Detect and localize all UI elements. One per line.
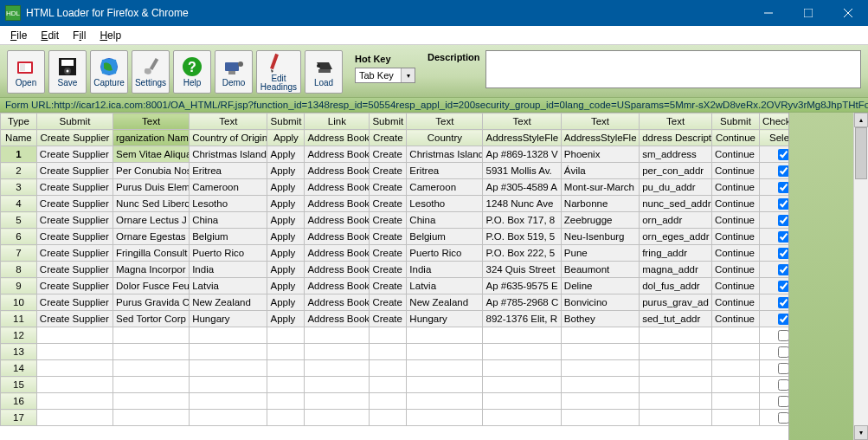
cell[interactable]: 324 Quis Street	[483, 262, 561, 278]
cell[interactable]	[267, 377, 305, 393]
cell[interactable]: Continue	[711, 212, 759, 229]
row-header[interactable]: 6	[1, 229, 37, 245]
hotkey-input[interactable]	[356, 68, 401, 82]
load-button[interactable]: Load	[305, 50, 343, 94]
cell[interactable]: Apply	[267, 163, 305, 179]
column-header[interactable]: Submit	[267, 113, 305, 130]
row-header[interactable]: 10	[1, 294, 37, 311]
cell[interactable]: Create	[370, 278, 407, 294]
menu-edit[interactable]: Edit	[41, 29, 59, 42]
cell[interactable]	[640, 393, 712, 410]
select-checkbox[interactable]	[778, 165, 788, 177]
cell[interactable]	[759, 393, 788, 410]
table-row[interactable]: 13	[1, 344, 789, 360]
cell[interactable]: Continue	[711, 262, 759, 278]
scroll-thumb[interactable]	[855, 127, 867, 179]
hotkey-combo[interactable]: ▾	[355, 68, 415, 83]
column-header[interactable]: Text	[561, 113, 639, 130]
select-checkbox[interactable]	[778, 264, 788, 275]
cell[interactable]: Address Book	[305, 245, 370, 262]
column-header[interactable]: Submit	[711, 113, 759, 130]
cell[interactable]	[711, 360, 759, 377]
cell[interactable]: Latvia	[190, 278, 267, 294]
cell[interactable]: Hungary	[190, 311, 267, 327]
cell[interactable]	[759, 344, 788, 360]
cell[interactable]: Create	[370, 179, 407, 196]
cell[interactable]	[36, 327, 113, 344]
cell[interactable]	[407, 410, 483, 426]
cell[interactable]: Lesotho	[190, 196, 267, 212]
cell[interactable]	[640, 377, 712, 393]
cell[interactable]: Address Book	[305, 212, 370, 229]
cell[interactable]: Create Supplier	[36, 294, 113, 311]
cell[interactable]	[483, 377, 561, 393]
cell[interactable]: Create	[370, 146, 407, 163]
select-checkbox[interactable]	[778, 231, 788, 243]
settings-button[interactable]: Settings	[132, 50, 170, 94]
column-header[interactable]: AddressStyleFle	[561, 130, 639, 146]
cell[interactable]	[759, 212, 788, 229]
close-button[interactable]	[828, 0, 868, 26]
cell[interactable]	[759, 410, 788, 426]
cell[interactable]	[370, 344, 407, 360]
cell[interactable]	[640, 410, 712, 426]
cell[interactable]: Create Supplier	[36, 196, 113, 212]
cell[interactable]: Christmas Island	[190, 146, 267, 163]
cell[interactable]	[711, 327, 759, 344]
cell[interactable]: India	[407, 262, 483, 278]
cell[interactable]: Ap #785-2968 C	[483, 294, 561, 311]
row-header[interactable]: 16	[1, 393, 37, 410]
cell[interactable]	[190, 344, 267, 360]
column-header[interactable]: Text	[407, 113, 483, 130]
cell[interactable]: Create	[370, 262, 407, 278]
cell[interactable]	[370, 360, 407, 377]
cell[interactable]: Puerto Rico	[407, 245, 483, 262]
cell[interactable]: Latvia	[407, 278, 483, 294]
cell[interactable]: Magna Incorpor	[113, 262, 190, 278]
row-header[interactable]: 8	[1, 262, 37, 278]
select-checkbox[interactable]	[778, 412, 788, 424]
cell[interactable]: Ap #305-4589 A	[483, 179, 561, 196]
table-row[interactable]: 10Create SupplierPurus Gravida CNew Zeal…	[1, 294, 789, 311]
row-header[interactable]: 13	[1, 344, 37, 360]
cell[interactable]	[36, 410, 113, 426]
table-row[interactable]: 6Create SupplierOrnare EgestasBelgiumApp…	[1, 229, 789, 245]
cell[interactable]: 1248 Nunc Ave	[483, 196, 561, 212]
cell[interactable]	[267, 393, 305, 410]
cell[interactable]	[640, 327, 712, 344]
cell[interactable]	[305, 327, 370, 344]
row-header[interactable]: 14	[1, 360, 37, 377]
cell[interactable]: 892-1376 Elit, R	[483, 311, 561, 327]
cell[interactable]: Bothey	[561, 311, 639, 327]
cell[interactable]: China	[190, 212, 267, 229]
cell[interactable]: Narbonne	[561, 196, 639, 212]
cell[interactable]: Create	[370, 212, 407, 229]
cell[interactable]: Address Book	[305, 163, 370, 179]
cell[interactable]	[36, 377, 113, 393]
column-header[interactable]: Country	[407, 130, 483, 146]
cell[interactable]: Address Book	[305, 262, 370, 278]
cell[interactable]	[407, 327, 483, 344]
cell[interactable]: Continue	[711, 196, 759, 212]
column-header[interactable]: Type	[1, 113, 37, 130]
cell[interactable]: Per Conubia Nos	[113, 163, 190, 179]
cell[interactable]: Eritrea	[407, 163, 483, 179]
cell[interactable]: P.O. Box 222, 5	[483, 245, 561, 262]
cell[interactable]	[190, 327, 267, 344]
cell[interactable]	[759, 327, 788, 344]
cell[interactable]: nunc_sed_addr	[640, 196, 712, 212]
cell[interactable]: Apply	[267, 294, 305, 311]
cell[interactable]: P.O. Box 717, 8	[483, 212, 561, 229]
cell[interactable]	[759, 179, 788, 196]
cell[interactable]	[759, 360, 788, 377]
cell[interactable]: Sed Tortor Corp	[113, 311, 190, 327]
cell[interactable]: Continue	[711, 163, 759, 179]
cell[interactable]: Puerto Rico	[190, 245, 267, 262]
cell[interactable]: Continue	[711, 311, 759, 327]
chevron-down-icon[interactable]: ▾	[401, 68, 415, 82]
cell[interactable]: Purus Gravida C	[113, 294, 190, 311]
select-checkbox[interactable]	[778, 396, 788, 407]
cell[interactable]: Hungary	[407, 311, 483, 327]
row-header[interactable]: 5	[1, 212, 37, 229]
menu-fill[interactable]: Fill	[73, 29, 86, 42]
